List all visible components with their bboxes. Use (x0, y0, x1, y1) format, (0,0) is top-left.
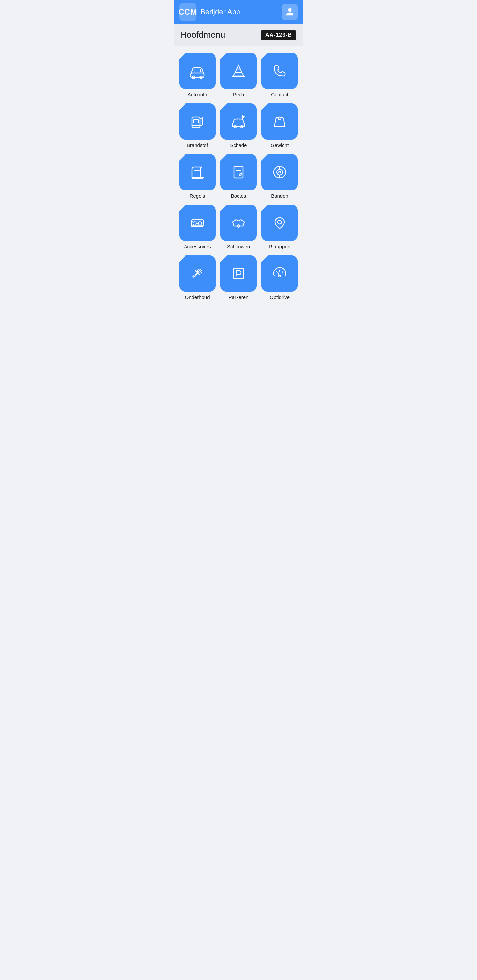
app-header: CCM Berijder App (174, 0, 303, 24)
svg-rect-4 (194, 69, 201, 72)
grid-item-optidrive[interactable]: Optidrive (262, 255, 298, 300)
page-title: Hoofdmenu (180, 30, 225, 40)
banden-label: Banden (271, 193, 288, 199)
grid-item-schade[interactable]: Schade (220, 103, 257, 148)
boetes-label: Boetes (231, 193, 246, 199)
svg-line-23 (241, 173, 242, 174)
grid-item-parkeren[interactable]: Parkeren (220, 255, 257, 300)
grid-item-onderhoud[interactable]: Onderhoud (179, 255, 215, 300)
svg-line-47 (282, 272, 283, 272)
parkeren-tile (220, 255, 257, 292)
grid-item-auto-info[interactable]: Auto info (179, 52, 215, 97)
brandstof-label: Brandstof (187, 142, 208, 148)
main-grid: Auto info Pech Contact (174, 46, 303, 307)
pech-label: Pech (233, 92, 244, 97)
subheader: Hoofdmenu AA-123-B (174, 24, 303, 46)
schouwen-label: Schouwen (227, 244, 250, 249)
svg-point-33 (198, 222, 202, 225)
cone-icon (229, 62, 248, 80)
svg-line-46 (276, 272, 277, 272)
grid-item-banden[interactable]: Banden (262, 154, 298, 199)
grid-item-contact[interactable]: Contact (262, 52, 298, 97)
schade-tile (220, 103, 257, 140)
handshake-icon (229, 213, 248, 232)
schouwen-tile (220, 205, 257, 241)
header-left: CCM Berijder App (179, 3, 240, 21)
scroll-icon (188, 163, 207, 181)
auto-info-label: Auto info (187, 92, 207, 97)
optidrive-label: Optidrive (270, 294, 290, 300)
tire-icon (270, 163, 289, 181)
profile-button[interactable] (282, 4, 298, 20)
grid-item-boetes[interactable]: Boetes (220, 154, 257, 199)
contact-tile (262, 52, 298, 89)
gewicht-tile (262, 103, 298, 140)
ritrapport-tile (262, 205, 298, 241)
gewicht-label: Gewicht (271, 142, 289, 148)
accessoires-label: Accessoires (184, 244, 211, 249)
grid-item-accessoires[interactable]: Accessoires (179, 205, 215, 249)
svg-point-37 (278, 220, 282, 224)
car-icon (188, 62, 207, 80)
svg-point-32 (193, 222, 196, 225)
damage-icon (229, 112, 248, 131)
logo-box: CCM (179, 3, 196, 21)
speedometer-icon (270, 264, 289, 283)
parkeren-label: Parkeren (228, 294, 249, 300)
license-plate-badge: AA-123-B (261, 30, 297, 40)
grid-item-pech[interactable]: Pech (220, 52, 257, 97)
brandstof-tile (179, 103, 215, 140)
document-pen-icon (229, 163, 248, 181)
app-title: Berijder App (200, 8, 240, 16)
person-icon (285, 7, 295, 17)
pech-tile (220, 52, 257, 89)
banden-tile (262, 154, 298, 190)
onderhoud-tile (179, 255, 215, 292)
regels-label: Regels (190, 193, 205, 199)
boetes-tile (220, 154, 257, 190)
weight-icon (270, 112, 289, 131)
auto-info-tile (179, 52, 215, 89)
grid-item-brandstof[interactable]: Brandstof (179, 103, 215, 148)
svg-marker-5 (233, 65, 244, 76)
schade-label: Schade (230, 142, 247, 148)
onderhoud-label: Onderhoud (185, 294, 210, 300)
optidrive-tile (262, 255, 298, 292)
wrench-cross-icon (188, 264, 207, 283)
contact-label: Contact (271, 92, 288, 97)
logo-text: CCM (178, 7, 198, 17)
grid-item-schouwen[interactable]: Schouwen (220, 205, 257, 249)
fuel-icon (188, 112, 207, 131)
accessoires-tile (179, 205, 215, 241)
ritrapport-label: Ritrapport (269, 244, 290, 249)
svg-point-15 (278, 117, 281, 119)
svg-rect-40 (233, 268, 244, 279)
svg-point-25 (277, 169, 282, 175)
regels-tile (179, 154, 215, 190)
location-icon (270, 213, 289, 232)
grid-item-ritrapport[interactable]: Ritrapport (262, 205, 298, 249)
grid-item-regels[interactable]: Regels (179, 154, 215, 199)
cassette-icon (188, 213, 207, 232)
phone-icon (270, 62, 289, 80)
grid-item-gewicht[interactable]: Gewicht (262, 103, 298, 148)
parking-icon (229, 264, 248, 283)
svg-point-26 (279, 171, 281, 173)
